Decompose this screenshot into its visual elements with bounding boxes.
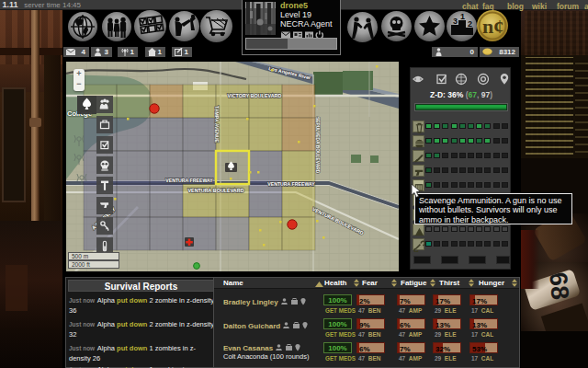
svg-text:VENTURA FREEWAY: VENTURA FREEWAY xyxy=(165,178,213,183)
svg-text:3: 3 xyxy=(453,17,458,26)
svg-text:VENTURA BOULEVARD: VENTURA BOULEVARD xyxy=(187,188,243,193)
svg-text:n¢: n¢ xyxy=(482,15,503,38)
svg-text:1: 1 xyxy=(460,12,465,21)
svg-text:VENTURA FREEWAY: VENTURA FREEWAY xyxy=(267,181,315,187)
svg-text:TAMPA AVENUE: TAMPA AVENUE xyxy=(214,106,220,143)
svg-text:SEPULVEDA BOULEVARD: SEPULVEDA BOULEVARD xyxy=(315,117,320,174)
svg-text:VICTORY BOULEVARD: VICTORY BOULEVARD xyxy=(228,93,282,98)
svg-text:2: 2 xyxy=(468,19,472,29)
